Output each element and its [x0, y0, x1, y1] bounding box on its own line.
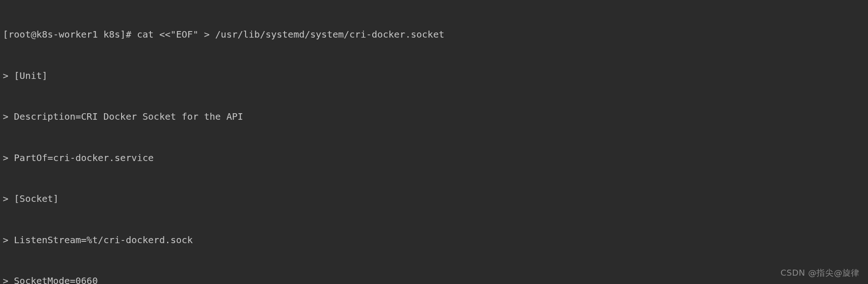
terminal-line: > ListenStream=%t/cri-dockerd.sock	[3, 233, 865, 247]
terminal-line: > Description=CRI Docker Socket for the …	[3, 110, 865, 124]
terminal-window[interactable]: [root@k8s-worker1 k8s]# cat <<"EOF" > /u…	[0, 0, 868, 284]
terminal-line: > [Socket]	[3, 192, 865, 206]
terminal-line: [root@k8s-worker1 k8s]# cat <<"EOF" > /u…	[3, 28, 865, 42]
terminal-line: > [Unit]	[3, 69, 865, 83]
terminal-line: > PartOf=cri-docker.service	[3, 151, 865, 165]
terminal-line: > SocketMode=0660	[3, 274, 865, 284]
